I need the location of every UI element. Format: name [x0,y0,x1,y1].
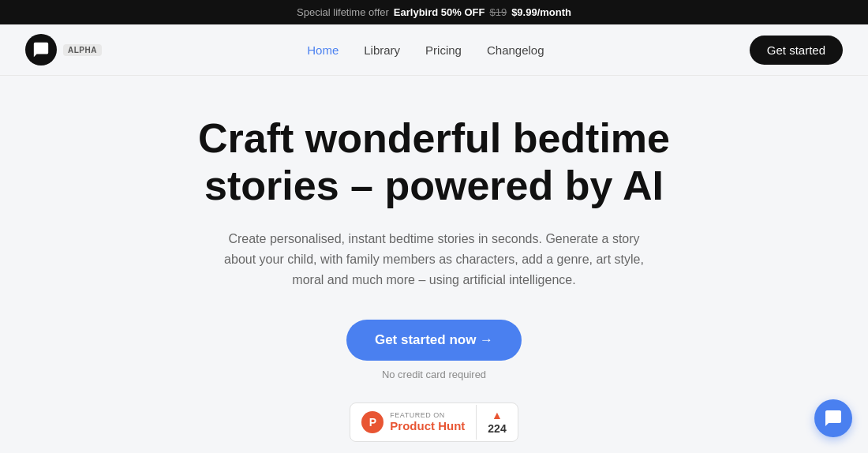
top-banner: Special lifetime offer Earlybird 50% OFF… [0,0,868,24]
get-started-now-button[interactable]: Get started now → [346,320,522,361]
no-credit-card-text: No credit card required [382,369,486,380]
chat-support-button[interactable] [814,399,852,437]
nav-get-started-button[interactable]: Get started [750,36,843,65]
logo-icon[interactable] [25,34,57,66]
hero-subtitle: Create personalised, instant bedtime sto… [221,229,647,291]
hero-title: Craft wonderful bedtime stories – powere… [158,115,710,210]
ph-vote-area: ▲ 224 [477,403,517,441]
earlybird-text: Earlybird 50% OFF [394,6,485,18]
nav-library[interactable]: Library [364,43,400,57]
product-hunt-badge[interactable]: P FEATURED ON Product Hunt ▲ 224 [350,402,518,442]
original-price: $19 [489,6,507,18]
ph-text-area: FEATURED ON Product Hunt [390,411,465,432]
nav-pricing[interactable]: Pricing [425,43,462,57]
nav-links: Home Library Pricing Changelog [307,43,544,57]
nav-changelog[interactable]: Changelog [487,43,544,57]
ph-featured-label: FEATURED ON [390,411,444,419]
alpha-badge: ALPHA [63,44,102,56]
product-hunt-icon: P [361,411,383,433]
ph-vote-count: 224 [488,422,506,435]
offer-label: Special lifetime offer [297,6,389,18]
ph-upvote-arrow: ▲ [492,410,503,421]
navbar: ALPHA Home Library Pricing Changelog Get… [0,24,868,76]
new-price: $9.99/month [511,6,571,18]
nav-home[interactable]: Home [307,43,339,57]
ph-left: P FEATURED ON Product Hunt [350,405,477,440]
logo-area: ALPHA [25,34,102,66]
hero-section: Craft wonderful bedtime stories – powere… [0,76,868,453]
ph-name: Product Hunt [390,419,465,432]
